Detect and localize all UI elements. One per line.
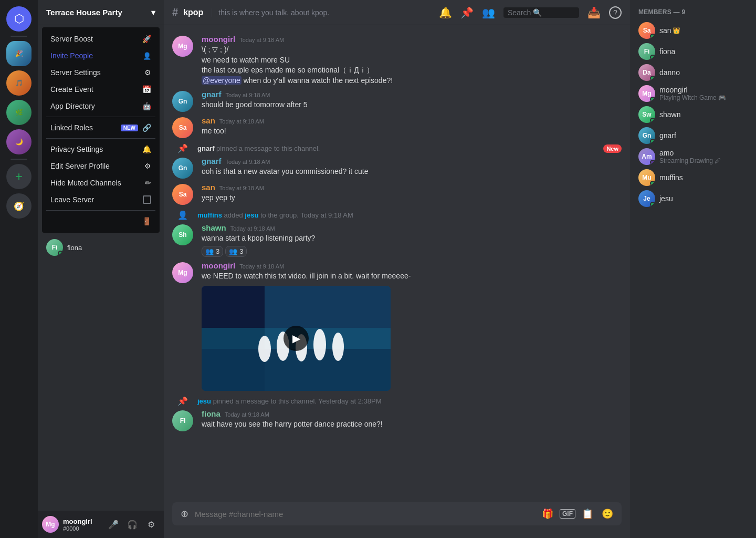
add-server-button[interactable]: +	[6, 164, 32, 189]
msg-content-gnarf-1: gnarf Today at 9:18 AM should be good to…	[202, 90, 622, 112]
msg-content-san-2: san Today at 9:18 AM yep yep ty	[202, 183, 622, 205]
pin-icon[interactable]: 📌	[460, 6, 474, 19]
system-pin-icon: 📌	[172, 143, 193, 153]
members-toggle-icon[interactable]: 👥	[482, 6, 495, 19]
member-avatar-shawn: Sw	[638, 106, 655, 123]
member-item-jesu[interactable]: Je jesu	[634, 188, 752, 209]
msg-text-1: \( ; ▽ ; )/	[202, 45, 622, 55]
discord-logo-icon: ⬡	[14, 12, 24, 26]
msg-username-gnarf-2[interactable]: gnarf	[202, 157, 222, 165]
menu-item-invite-people[interactable]: Invite People 👤	[46, 47, 155, 64]
message-group-moongirl-2: Mg moongirl Today at 9:18 AM we NEED to …	[164, 260, 630, 392]
gift-icon[interactable]: 🎁	[540, 506, 555, 522]
channel-name: kpop	[183, 8, 203, 17]
moongirl-status-dot	[650, 97, 655, 102]
input-action-buttons: 🎁 GIF 📋 🙂	[540, 506, 615, 522]
server-name: Terrace House Party	[46, 8, 122, 17]
system-actor-gnarf: gnarf	[197, 144, 215, 152]
menu-item-create-event[interactable]: Create Event 📅	[46, 81, 155, 98]
message-text-input[interactable]	[191, 510, 540, 519]
member-item-gnarf[interactable]: Gn gnarf	[634, 125, 752, 146]
help-icon[interactable]: ?	[609, 6, 622, 19]
server-icon-s1[interactable]: 🎉	[6, 41, 32, 66]
menu-label-server-settings: Server Settings	[50, 68, 101, 77]
message-group-gnarf-1: Gn gnarf Today at 9:18 AM should be good…	[164, 89, 630, 113]
menu-label-server-boost: Server Boost	[50, 35, 93, 43]
msg-username-san-2[interactable]: san	[202, 183, 215, 192]
search-icon: 🔍	[533, 8, 542, 17]
server-bar-divider-2	[10, 159, 27, 160]
menu-item-leave-server[interactable]: 🚪	[46, 213, 155, 230]
channel-fiona-item[interactable]: Fi fiona	[42, 237, 160, 258]
notification-bell-icon[interactable]: 🔔	[439, 6, 452, 19]
msg-text-san-2: yep yep ty	[202, 193, 622, 203]
msg-username-san[interactable]: san	[202, 116, 215, 125]
reaction-1[interactable]: 👥 3	[202, 246, 223, 257]
menu-item-hide-muted-channels[interactable]: Leave Server	[46, 191, 155, 208]
menu-item-notification-settings[interactable]: Privacy Settings 🔔	[46, 141, 155, 158]
server-icon-s3[interactable]: 🌿	[6, 100, 32, 125]
menu-item-privacy-settings[interactable]: Edit Server Profile ⚙	[46, 158, 155, 174]
user-controls: 🎤 🎧 ⚙	[105, 516, 160, 533]
mention-everyone: @everyone	[202, 76, 242, 85]
inbox-icon[interactable]: 📥	[587, 6, 601, 19]
msg-username-moongirl[interactable]: moongirl	[202, 35, 235, 44]
sticker-icon[interactable]: 📋	[580, 506, 595, 522]
msg-header-san-2: san Today at 9:18 AM	[202, 183, 622, 192]
msg-text-2: we need to watch more SU	[202, 55, 622, 66]
msg-timestamp-fiona: Today at 9:18 AM	[225, 411, 269, 418]
menu-item-server-boost[interactable]: Server Boost 🚀	[46, 30, 155, 47]
message-group-san-2: Sa san Today at 9:18 AM yep yep ty	[164, 182, 630, 206]
emoji-button[interactable]: 🙂	[600, 506, 615, 522]
menu-item-app-directory[interactable]: App Directory 🤖	[46, 98, 155, 115]
member-item-shawn[interactable]: Sw shawn	[634, 104, 752, 125]
message-group-moongirl-1: Mg moongirl Today at 9:18 AM \( ; ▽ ; )/…	[164, 34, 630, 87]
san-status-dot	[650, 34, 655, 39]
msg-username-moongirl-2[interactable]: moongirl	[202, 261, 235, 270]
current-user-info: moongirl #0000	[63, 518, 101, 532]
menu-item-edit-server-profile[interactable]: Hide Muted Channels ✏	[46, 174, 155, 191]
member-avatar-muffins: Mu	[638, 169, 655, 186]
jesu-status-dot	[650, 202, 655, 207]
server-icon-s4[interactable]: 🌙	[6, 129, 32, 154]
menu-divider-1	[46, 117, 155, 117]
gif-button[interactable]: GIF	[560, 509, 575, 519]
menu-item-server-settings[interactable]: Server Settings ⚙	[46, 64, 155, 81]
member-item-danno[interactable]: Da danno	[634, 62, 752, 83]
reaction-2[interactable]: 👥 3	[225, 246, 247, 257]
member-item-san[interactable]: Sa san 👑	[634, 20, 752, 41]
menu-item-linked-roles[interactable]: Linked Roles NEW 🔗	[46, 119, 155, 136]
member-item-amo[interactable]: Am amo Streaming Drawing 🖊	[634, 146, 752, 167]
add-attachment-button[interactable]: ⊕	[178, 506, 191, 522]
discord-home-button[interactable]: ⬡	[6, 6, 32, 32]
member-name-shawn: shawn	[659, 110, 680, 119]
msg-header-shawn: shawn Today at 9:18 AM	[202, 223, 622, 232]
deafen-button[interactable]: 🎧	[124, 516, 141, 533]
msg-text-3: the last couple eps made me so emotional…	[202, 65, 622, 76]
svg-point-7	[313, 329, 326, 360]
menu-label-app-directory: App Directory	[50, 102, 95, 110]
amo-activity: Streaming Drawing 🖊	[659, 157, 721, 164]
system-time-add: Today at 9:18 AM	[300, 211, 353, 219]
msg-text-shawn: wanna start a kpop listening party?	[202, 233, 622, 244]
explore-servers-button[interactable]: 🧭	[6, 193, 32, 219]
search-bar[interactable]: Search 🔍	[503, 7, 579, 18]
avatar-shawn: Sh	[172, 224, 193, 245]
msg-timestamp-gnarf: Today at 9:18 AM	[226, 92, 270, 98]
msg-username-gnarf[interactable]: gnarf	[202, 90, 222, 99]
msg-username-shawn[interactable]: shawn	[202, 223, 226, 232]
menu-label-hide-muted-channels: Leave Server	[50, 195, 94, 204]
member-item-muffins[interactable]: Mu muffins	[634, 167, 752, 188]
msg-header-moongirl-2: moongirl Today at 9:18 AM	[202, 261, 622, 270]
msg-username-fiona[interactable]: fiona	[202, 409, 220, 418]
video-play-button[interactable]: ▶	[284, 326, 309, 351]
member-item-fiona[interactable]: Fi fiona	[634, 41, 752, 62]
mute-button[interactable]: 🎤	[105, 516, 122, 533]
member-item-moongirl[interactable]: Mg moongirl Playing Witch Game 🎮	[634, 83, 752, 104]
video-embed[interactable]: ▶	[202, 286, 391, 391]
server-icon-s2[interactable]: 🎵	[6, 70, 32, 96]
server-header[interactable]: Terrace House Party ▾	[38, 0, 164, 25]
user-settings-button[interactable]: ⚙	[143, 516, 160, 533]
message-group-fiona: Fi fiona Today at 9:18 AM wait have you …	[164, 408, 630, 432]
members-header: MEMBERS — 9	[634, 8, 752, 20]
